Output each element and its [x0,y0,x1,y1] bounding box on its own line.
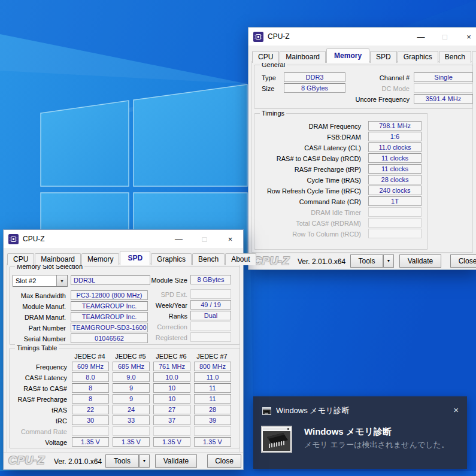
table-cell: 10 [153,383,190,393]
windows-logo-pane-top-right [134,84,247,186]
column-header: JEDEC #5 [113,351,148,361]
field-value: 49 / 19 [190,300,231,310]
field-label: Total CAS# (tRDRAM) [254,219,361,228]
table-cell: 24 [113,405,150,414]
uncore-label: Uncore Frequency [338,95,410,104]
memory-diagnostic-toast[interactable]: Windows メモリ診断 × Windows メモリ診断 メモリ エラーは検出… [253,396,467,469]
table-cell: 27 [153,405,190,414]
window-title: CPU-Z [268,32,290,41]
caption-buttons: — □ × [166,230,243,248]
row-label: CAS# Latency [10,373,67,383]
caption-buttons: — □ × [409,28,476,46]
tab-memory[interactable]: Memory [81,253,119,265]
memory-diagnostic-app-icon [262,407,271,415]
version-text: Ver. 2.01.0.x64 [298,257,345,266]
memory-window-footer: CPU-Z Ver. 2.01.0.x64 Tools ▼ Validate C… [248,253,476,269]
tab-about[interactable]: About [225,253,256,265]
field-value: Dual [190,311,231,320]
toast-message: メモリ エラーは検出されませんでした。 [304,439,449,450]
field-label: Week/Year [129,301,187,310]
spd-window-titlebar[interactable]: CPU-Z — □ × [4,230,243,248]
table-cell: 8.0 [72,372,109,382]
table-cell: 33 [113,416,150,425]
tab-spd[interactable]: SPD [120,251,150,265]
size-value: 8 GBytes [284,83,345,93]
field-value: 11 clocks [368,153,422,163]
field-value: 11 clocks [368,164,422,174]
field-value: 8 GBytes [190,275,231,284]
groupbox-title: Timings [260,110,286,117]
table-cell: 10.0 [153,372,190,382]
slot-select[interactable]: Slot #2 ▼ [13,275,68,287]
field-label: DRAM Frequency [254,122,361,131]
tab-mainboard[interactable]: Mainboard [35,253,81,265]
field-value [368,218,422,228]
row-label: RAS# Precharge [10,395,67,404]
maximize-icon[interactable]: □ [192,230,217,248]
tab-cpu[interactable]: CPU [252,51,279,63]
windows-logo-pane-top-left [41,101,129,186]
tab-bench[interactable]: Bench [192,253,225,265]
maximize-icon[interactable]: □ [433,28,457,46]
combo-arrow-icon[interactable]: ▼ [56,275,67,286]
field-label: RAS# to CAS# Delay (tRCD) [254,154,361,163]
field-label: SPD Ext. [129,290,187,299]
field-value [190,322,231,331]
version-text: Ver. 2.01.0.x64 [54,457,102,466]
field-value: 1:6 [368,132,422,141]
field-label: RAS# Precharge (tRP) [254,165,361,174]
row-label: tRC [10,416,67,426]
field-label: Module Manuf. [10,302,66,311]
validate-button[interactable]: Validate [399,254,441,268]
tab-graphics[interactable]: Graphics [151,253,192,265]
table-cell: 1.35 V [194,437,231,447]
cpuz-app-icon [8,234,19,244]
table-cell: 22 [72,405,109,414]
tab-spd[interactable]: SPD [370,51,397,63]
row-label: RAS# to CAS# [10,384,67,393]
table-cell: 28 [194,405,231,414]
field-value [190,332,231,342]
tools-dropdown-icon[interactable]: ▼ [383,254,394,268]
table-cell: 9 [113,383,150,393]
groupbox-title: Timings Table [15,344,59,352]
table-cell: 10 [153,394,190,404]
field-label: CAS# Latency (CL) [254,143,361,153]
close-icon[interactable]: × [217,230,243,248]
minimize-icon[interactable]: — [166,230,192,248]
table-cell: 11.0 [194,372,231,382]
memory-window-titlebar[interactable]: CPU-Z — □ × [248,28,476,46]
tools-dropdown-icon[interactable]: ▼ [139,454,150,468]
close-icon[interactable]: × [457,28,476,46]
field-label: Part Number [10,323,66,333]
window-title: CPU-Z [23,235,45,243]
table-cell [113,426,150,436]
tab-mainboard[interactable]: Mainboard [280,51,326,63]
tab-memory[interactable]: Memory [326,48,369,63]
close-button[interactable]: Close [207,454,241,468]
tools-button[interactable]: Tools [350,254,383,268]
table-cell: 37 [153,416,190,425]
field-label: FSB:DRAM [254,132,361,142]
field-value: 11.0 clocks [368,143,422,152]
close-button[interactable]: Close [450,254,476,268]
tools-button[interactable]: Tools [105,454,139,468]
field-value [190,289,231,299]
tab-graphics[interactable]: Graphics [398,51,438,63]
type-value: DDR3 [284,72,345,82]
validate-button[interactable]: Validate [155,454,197,468]
tab-bench[interactable]: Bench [439,51,471,63]
timings-table-groupbox: Timings Table JEDEC #4 JEDEC #5 JEDEC #6… [9,348,240,448]
tab-cpu[interactable]: CPU [7,253,34,265]
field-label: Module Size [129,275,187,285]
toast-app-name: Windows メモリ診断 [276,405,349,416]
timings-groupbox: Timings DRAM Frequency 798.1 MHz FSB:DRA… [254,113,428,250]
toast-close-icon[interactable]: × [453,405,459,415]
table-cell: 685 MHz [113,362,150,371]
tab-about[interactable]: About [472,51,476,63]
row-label: Frequency [10,362,67,372]
field-value: 240 clocks [368,186,422,195]
table-cell: 1.35 V [113,437,150,447]
field-label: Command Rate (CR) [254,197,361,207]
minimize-icon[interactable]: — [409,28,433,46]
